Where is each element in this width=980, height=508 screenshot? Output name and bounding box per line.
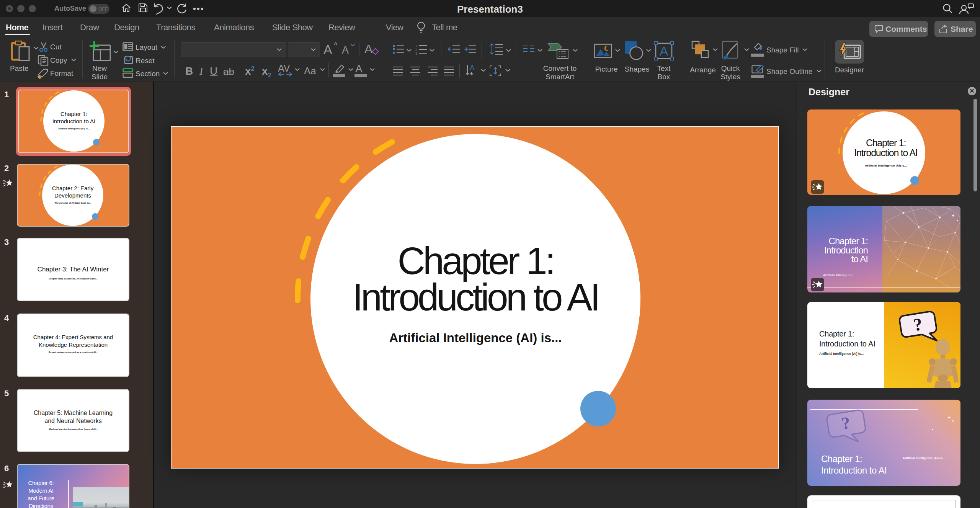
svg-text:A: A	[660, 44, 668, 58]
svg-text:2: 2	[415, 48, 417, 52]
svg-text:A: A	[470, 64, 474, 71]
svg-text:3: 3	[415, 52, 417, 55]
svg-text:1: 1	[415, 44, 417, 48]
